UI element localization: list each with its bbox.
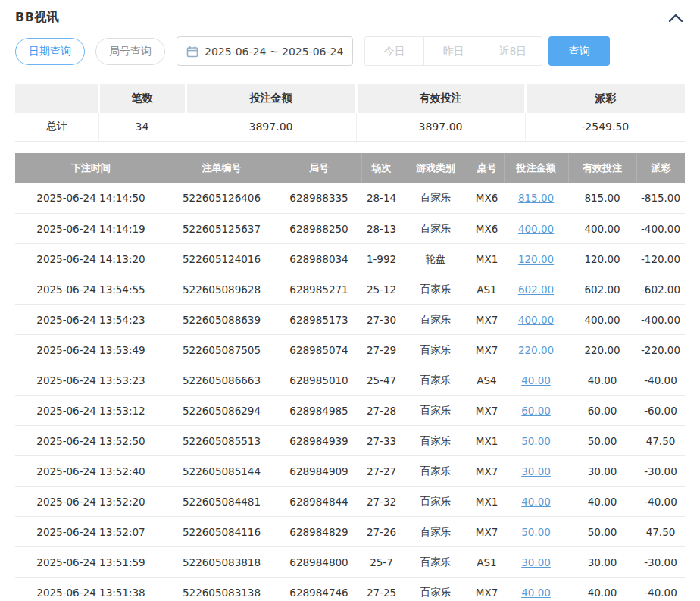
cell-game-type: 百家乐 [402,274,470,305]
cell-bet-id: 522605126406 [167,183,277,214]
cell-bet-amount: 30.00 [504,547,568,578]
cell-table-no: MX7 [470,396,504,426]
last-8-days-button[interactable]: 近8日 [483,36,542,66]
cell-bet-amount: 400.00 [504,214,568,244]
summary-header-blank [15,84,98,113]
cell-payout: -400.00 [636,214,685,244]
date-range-picker[interactable]: 2025-06-24 ~ 2025-06-24 [177,36,353,66]
cell-session: 1-992 [361,244,402,274]
cell-bet-id: 522605084481 [167,487,277,517]
bet-amount-link[interactable]: 40.00 [521,374,551,387]
col-header-table-no: 桌号 [470,153,504,183]
search-button[interactable]: 查询 [548,36,610,66]
cell-game-type: 轮盘 [402,244,470,274]
bet-amount-link[interactable]: 30.00 [521,465,551,477]
cell-valid-bet: 40.00 [568,365,636,396]
table-row: 2025-06-24 13:52:50 522605085513 6289849… [15,426,685,456]
bet-table-header-row: 下注时间 注单编号 局号 场次 游戏类别 桌号 投注金额 有效投注 派彩 [15,153,685,183]
bet-amount-link[interactable]: 815.00 [518,192,554,204]
cell-game-type: 百家乐 [402,547,470,578]
col-header-payout: 派彩 [636,153,685,183]
table-row: 2025-06-24 13:54:23 522605088639 6289851… [15,305,685,335]
cell-game-type: 百家乐 [402,365,470,396]
bet-amount-link[interactable]: 30.00 [521,556,551,568]
cell-bet-time: 2025-06-24 14:14:19 [15,214,167,244]
cell-bet-time: 2025-06-24 13:52:50 [15,426,167,456]
cell-payout: -30.00 [636,456,685,487]
col-header-valid-bet: 有效投注 [568,153,636,183]
bet-amount-link[interactable]: 40.00 [521,587,551,599]
summary-header-count: 笔数 [98,84,186,113]
cell-table-no: MX1 [470,244,504,274]
bb-video-panel: BB视讯 日期查询 局号查询 2025-06-24 ~ 2025-06-24 今… [0,0,700,601]
summary-header-payout: 派彩 [525,84,685,113]
cell-session: 25-7 [361,547,402,578]
cell-game-type: 百家乐 [402,396,470,426]
summary-header-valid-bet: 有效投注 [356,84,525,113]
col-header-session: 场次 [361,153,402,183]
bet-amount-link[interactable]: 400.00 [518,314,554,326]
cell-round-id: 628984985 [277,396,361,426]
bet-amount-link[interactable]: 50.00 [521,435,551,447]
table-row: 2025-06-24 14:13:20 522605124016 6289880… [15,244,685,274]
today-button[interactable]: 今日 [364,36,424,66]
date-range-value: 2025-06-24 ~ 2025-06-24 [205,45,343,58]
summary-valid-bet-value: 3897.00 [356,113,525,141]
cell-payout: -120.00 [636,244,685,274]
cell-bet-id: 522605087505 [167,335,277,365]
cell-round-id: 628985271 [277,274,361,305]
cell-payout: 47.50 [636,517,685,547]
cell-round-id: 628988034 [277,244,361,274]
summary-table: 笔数 投注金额 有效投注 派彩 总计 34 3897.00 3897.00 -2… [15,84,685,142]
cell-round-id: 628984844 [277,487,361,517]
cell-round-id: 628985010 [277,365,361,396]
cell-valid-bet: 120.00 [568,244,636,274]
cell-valid-bet: 60.00 [568,396,636,426]
cell-valid-bet: 30.00 [568,456,636,487]
cell-bet-amount: 602.00 [504,274,568,305]
cell-bet-id: 522605125637 [167,214,277,244]
yesterday-button[interactable]: 昨日 [423,36,483,66]
cell-valid-bet: 40.00 [568,487,636,517]
cell-bet-time: 2025-06-24 13:54:55 [15,274,167,305]
table-row: 2025-06-24 13:52:07 522605084116 6289848… [15,517,685,547]
cell-bet-amount: 400.00 [504,305,568,335]
round-query-tab[interactable]: 局号查询 [95,38,165,65]
cell-round-id: 628984909 [277,456,361,487]
cell-game-type: 百家乐 [402,517,470,547]
cell-round-id: 628985173 [277,305,361,335]
bet-amount-link[interactable]: 50.00 [521,526,551,538]
bet-amount-link[interactable]: 220.00 [518,344,554,356]
cell-bet-time: 2025-06-24 13:53:12 [15,396,167,426]
cell-session: 27-28 [361,396,402,426]
cell-bet-amount: 40.00 [504,487,568,517]
cell-session: 27-33 [361,426,402,456]
cell-bet-time: 2025-06-24 13:52:20 [15,487,167,517]
cell-table-no: MX7 [470,456,504,487]
cell-payout: -815.00 [636,183,685,214]
cell-round-id: 628984939 [277,426,361,456]
quick-date-group: 今日 昨日 近8日 [364,36,542,66]
cell-table-no: MX7 [470,335,504,365]
cell-bet-time: 2025-06-24 13:53:23 [15,365,167,396]
bet-amount-link[interactable]: 60.00 [521,405,551,417]
cell-table-no: AS4 [470,365,504,396]
bet-amount-link[interactable]: 602.00 [518,283,554,296]
summary-header-row: 笔数 投注金额 有效投注 派彩 [15,84,685,113]
bet-amount-link[interactable]: 120.00 [518,253,554,265]
chevron-up-icon[interactable] [667,12,685,24]
cell-game-type: 百家乐 [402,305,470,335]
cell-valid-bet: 50.00 [568,426,636,456]
cell-bet-id: 522605088639 [167,305,277,335]
cell-session: 27-30 [361,305,402,335]
filter-bar: 日期查询 局号查询 2025-06-24 ~ 2025-06-24 今日 昨日 … [15,36,685,66]
table-row: 2025-06-24 14:14:50 522605126406 6289883… [15,183,685,214]
cell-bet-amount: 30.00 [504,456,568,487]
cell-table-no: MX7 [470,517,504,547]
bet-amount-link[interactable]: 400.00 [518,223,554,235]
date-query-tab[interactable]: 日期查询 [15,38,85,65]
table-row: 2025-06-24 13:52:20 522605084481 6289848… [15,487,685,517]
bet-amount-link[interactable]: 40.00 [521,496,551,508]
cell-session: 28-13 [361,214,402,244]
panel-title: BB视讯 [15,10,59,26]
